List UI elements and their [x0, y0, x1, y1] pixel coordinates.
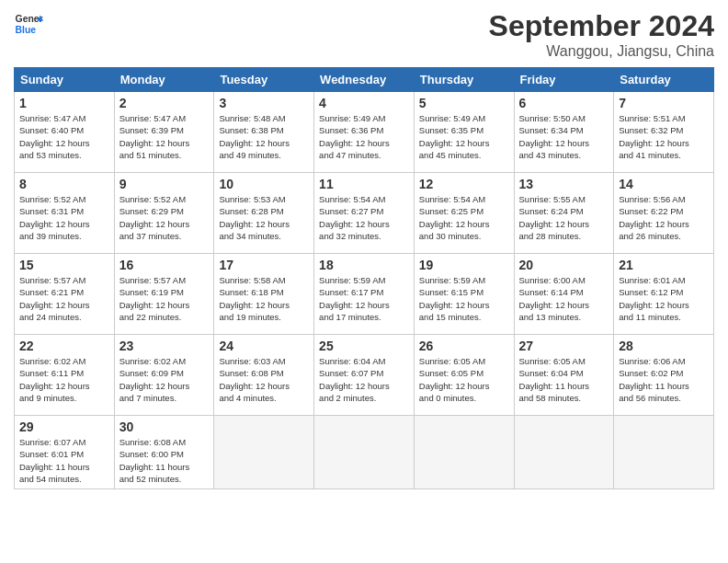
day-number: 29 [19, 419, 109, 434]
table-row: 27Sunrise: 6:05 AMSunset: 6:04 PMDayligh… [514, 335, 614, 416]
day-info: Sunrise: 5:57 AMSunset: 6:19 PMDaylight:… [119, 274, 210, 323]
table-row: 5Sunrise: 5:49 AMSunset: 6:35 PMDaylight… [414, 92, 514, 173]
table-row [614, 416, 714, 489]
table-row: 24Sunrise: 6:03 AMSunset: 6:08 PMDayligh… [214, 335, 314, 416]
day-info: Sunrise: 5:48 AMSunset: 6:38 PMDaylight:… [219, 112, 309, 161]
day-info: Sunrise: 6:04 AMSunset: 6:07 PMDaylight:… [319, 355, 409, 404]
day-number: 24 [219, 339, 309, 353]
table-row [314, 416, 415, 489]
day-info: Sunrise: 5:56 AMSunset: 6:22 PMDaylight:… [619, 193, 709, 242]
day-number: 11 [319, 177, 409, 191]
day-info: Sunrise: 5:53 AMSunset: 6:28 PMDaylight:… [219, 193, 309, 242]
table-row: 2Sunrise: 5:47 AMSunset: 6:39 PMDaylight… [114, 92, 214, 173]
day-info: Sunrise: 5:51 AMSunset: 6:32 PMDaylight:… [619, 112, 709, 161]
day-info: Sunrise: 5:52 AMSunset: 6:31 PMDaylight:… [19, 193, 109, 242]
day-number: 12 [419, 177, 509, 191]
logo-icon: General Blue [14, 9, 43, 39]
day-info: Sunrise: 6:06 AMSunset: 6:02 PMDaylight:… [619, 355, 709, 404]
day-number: 8 [19, 177, 109, 191]
table-row: 17Sunrise: 5:58 AMSunset: 6:18 PMDayligh… [214, 254, 314, 335]
title-section: September 2024 Wanggou, Jiangsu, China [489, 9, 714, 60]
table-row: 14Sunrise: 5:56 AMSunset: 6:22 PMDayligh… [614, 173, 714, 254]
col-saturday: Saturday [614, 68, 714, 92]
table-row: 19Sunrise: 5:59 AMSunset: 6:15 PMDayligh… [414, 254, 514, 335]
col-tuesday: Tuesday [214, 68, 314, 92]
day-number: 5 [419, 96, 509, 110]
table-row: 13Sunrise: 5:55 AMSunset: 6:24 PMDayligh… [514, 173, 614, 254]
calendar-table: Sunday Monday Tuesday Wednesday Thursday… [14, 67, 714, 489]
day-info: Sunrise: 5:49 AMSunset: 6:36 PMDaylight:… [319, 112, 409, 161]
day-number: 18 [319, 258, 409, 272]
table-row: 3Sunrise: 5:48 AMSunset: 6:38 PMDaylight… [214, 92, 314, 173]
table-row: 23Sunrise: 6:02 AMSunset: 6:09 PMDayligh… [114, 335, 214, 416]
day-info: Sunrise: 5:50 AMSunset: 6:34 PMDaylight:… [519, 112, 609, 161]
table-row [214, 416, 314, 489]
day-info: Sunrise: 5:54 AMSunset: 6:27 PMDaylight:… [319, 193, 409, 242]
table-row: 11Sunrise: 5:54 AMSunset: 6:27 PMDayligh… [314, 173, 415, 254]
calendar-week-row: 22Sunrise: 6:02 AMSunset: 6:11 PMDayligh… [15, 335, 714, 416]
table-row: 18Sunrise: 5:59 AMSunset: 6:17 PMDayligh… [314, 254, 415, 335]
day-info: Sunrise: 5:58 AMSunset: 6:18 PMDaylight:… [219, 274, 309, 323]
table-row: 29Sunrise: 6:07 AMSunset: 6:01 PMDayligh… [15, 416, 115, 489]
day-number: 27 [519, 339, 609, 353]
day-number: 10 [219, 177, 309, 191]
day-number: 19 [419, 258, 509, 272]
day-number: 6 [519, 96, 609, 110]
day-number: 25 [319, 339, 409, 353]
day-number: 22 [19, 339, 109, 353]
day-info: Sunrise: 6:02 AMSunset: 6:11 PMDaylight:… [19, 355, 109, 404]
day-number: 1 [19, 96, 109, 110]
page-header: General Blue September 2024 Wanggou, Jia… [14, 9, 714, 60]
day-info: Sunrise: 5:57 AMSunset: 6:21 PMDaylight:… [19, 274, 109, 323]
day-info: Sunrise: 6:08 AMSunset: 6:00 PMDaylight:… [119, 436, 210, 485]
day-info: Sunrise: 5:47 AMSunset: 6:39 PMDaylight:… [119, 112, 210, 161]
col-thursday: Thursday [414, 68, 514, 92]
col-wednesday: Wednesday [314, 68, 415, 92]
day-number: 13 [519, 177, 609, 191]
table-row: 9Sunrise: 5:52 AMSunset: 6:29 PMDaylight… [114, 173, 214, 254]
day-number: 15 [19, 258, 109, 272]
day-number: 30 [119, 419, 210, 434]
day-number: 7 [619, 96, 709, 110]
day-number: 14 [619, 177, 709, 191]
table-row: 4Sunrise: 5:49 AMSunset: 6:36 PMDaylight… [314, 92, 415, 173]
location: Wanggou, Jiangsu, China [489, 43, 714, 60]
col-sunday: Sunday [15, 68, 115, 92]
month-title: September 2024 [489, 9, 714, 43]
day-number: 28 [619, 339, 709, 353]
table-row: 26Sunrise: 6:05 AMSunset: 6:05 PMDayligh… [414, 335, 514, 416]
day-info: Sunrise: 5:47 AMSunset: 6:40 PMDaylight:… [19, 112, 109, 161]
table-row: 8Sunrise: 5:52 AMSunset: 6:31 PMDaylight… [15, 173, 115, 254]
table-row [514, 416, 614, 489]
day-info: Sunrise: 6:03 AMSunset: 6:08 PMDaylight:… [219, 355, 309, 404]
calendar-week-row: 8Sunrise: 5:52 AMSunset: 6:31 PMDaylight… [15, 173, 714, 254]
calendar-header-row: Sunday Monday Tuesday Wednesday Thursday… [15, 68, 714, 92]
svg-text:Blue: Blue [16, 25, 37, 35]
day-info: Sunrise: 6:05 AMSunset: 6:05 PMDaylight:… [419, 355, 509, 404]
day-number: 4 [319, 96, 409, 110]
table-row: 12Sunrise: 5:54 AMSunset: 6:25 PMDayligh… [414, 173, 514, 254]
calendar-week-row: 1Sunrise: 5:47 AMSunset: 6:40 PMDaylight… [15, 92, 714, 173]
day-info: Sunrise: 5:59 AMSunset: 6:15 PMDaylight:… [419, 274, 509, 323]
day-info: Sunrise: 6:01 AMSunset: 6:12 PMDaylight:… [619, 274, 709, 323]
table-row: 7Sunrise: 5:51 AMSunset: 6:32 PMDaylight… [614, 92, 714, 173]
day-number: 3 [219, 96, 309, 110]
table-row: 6Sunrise: 5:50 AMSunset: 6:34 PMDaylight… [514, 92, 614, 173]
day-info: Sunrise: 6:05 AMSunset: 6:04 PMDaylight:… [519, 355, 609, 404]
day-number: 20 [519, 258, 609, 272]
table-row: 16Sunrise: 5:57 AMSunset: 6:19 PMDayligh… [114, 254, 214, 335]
day-info: Sunrise: 5:52 AMSunset: 6:29 PMDaylight:… [119, 193, 210, 242]
day-number: 2 [119, 96, 210, 110]
day-info: Sunrise: 6:07 AMSunset: 6:01 PMDaylight:… [19, 436, 109, 485]
day-number: 9 [119, 177, 210, 191]
day-info: Sunrise: 5:55 AMSunset: 6:24 PMDaylight:… [519, 193, 609, 242]
table-row: 15Sunrise: 5:57 AMSunset: 6:21 PMDayligh… [15, 254, 115, 335]
table-row: 25Sunrise: 6:04 AMSunset: 6:07 PMDayligh… [314, 335, 415, 416]
table-row [414, 416, 514, 489]
logo: General Blue [14, 9, 43, 39]
table-row: 21Sunrise: 6:01 AMSunset: 6:12 PMDayligh… [614, 254, 714, 335]
table-row: 1Sunrise: 5:47 AMSunset: 6:40 PMDaylight… [15, 92, 115, 173]
col-friday: Friday [514, 68, 614, 92]
day-number: 17 [219, 258, 309, 272]
table-row: 28Sunrise: 6:06 AMSunset: 6:02 PMDayligh… [614, 335, 714, 416]
